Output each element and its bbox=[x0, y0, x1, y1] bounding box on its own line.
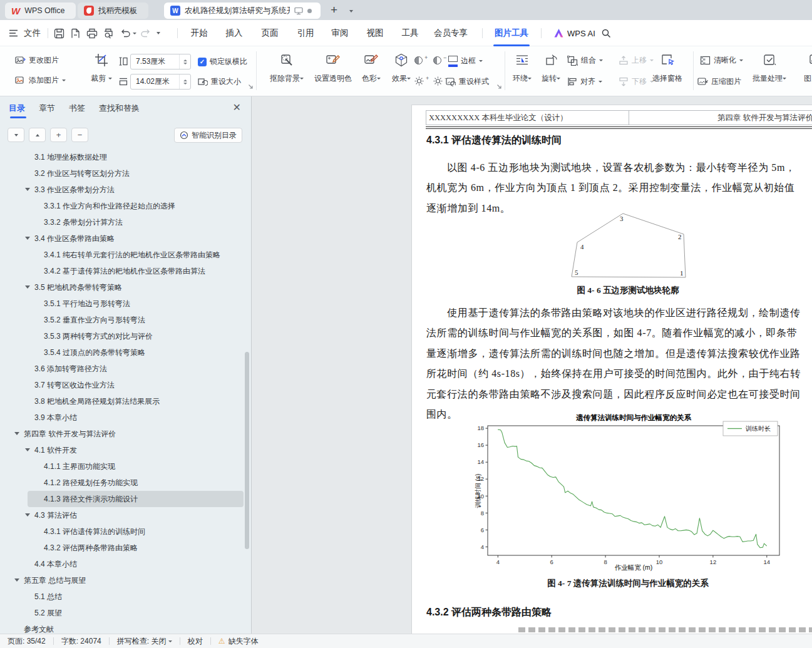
collapse-triangle-icon[interactable] bbox=[14, 432, 19, 435]
menu-item-7[interactable]: 会员专享 bbox=[423, 20, 478, 46]
group-button[interactable]: 组合 bbox=[567, 55, 603, 66]
menu-item-0[interactable]: 开始 bbox=[185, 20, 213, 46]
word-count[interactable]: 字数: 24074 bbox=[61, 636, 101, 647]
toc-item[interactable]: 4.4 本章小结 bbox=[0, 556, 252, 572]
save-icon[interactable] bbox=[54, 20, 64, 46]
sidebar-tab-3[interactable]: 查找和替换 bbox=[99, 103, 140, 114]
compress-picture-button[interactable]: 压缩图片 bbox=[697, 76, 741, 87]
reset-style-button[interactable]: 重设样式 bbox=[446, 76, 489, 87]
reset-size-button[interactable]: 重设大小 bbox=[198, 76, 241, 87]
toc-item[interactable]: 4.1.1 主界面功能实现 bbox=[0, 458, 252, 475]
sidebar-tab-0[interactable]: 目录 bbox=[9, 103, 25, 114]
tab-wps-office[interactable]: W WPS Office bbox=[5, 3, 76, 19]
page-indicator[interactable]: 页面: 35/42 bbox=[8, 636, 46, 647]
toc-item[interactable]: 4.3 算法评估 bbox=[0, 507, 252, 523]
zoom-out-outline-button[interactable]: − bbox=[71, 128, 88, 142]
missing-font-warning[interactable]: 缺失字体 bbox=[229, 636, 259, 647]
toc-item[interactable]: 第四章 软件开发与算法评价 bbox=[0, 426, 252, 442]
toc-item[interactable]: 3.5.1 平行地边弓形转弯法 bbox=[0, 296, 252, 312]
width-input[interactable]: 14.02厘米 bbox=[130, 74, 191, 90]
export-pdf-icon[interactable] bbox=[70, 20, 81, 46]
toc-item[interactable]: 4.1.3 路径文件演示功能设计 bbox=[28, 491, 244, 507]
sidebar-tab-1[interactable]: 章节 bbox=[39, 103, 55, 114]
toc-item[interactable]: 4.1.2 路径规划任务功能实现 bbox=[0, 475, 252, 491]
toc-item[interactable]: 3.4.1 纯右转单元套行法的耙地机作业区条带路由策略 bbox=[0, 247, 252, 263]
effects-button[interactable]: 效果 bbox=[386, 53, 417, 84]
toc-item[interactable]: 3.5.3 两种转弯方式的对比与评价 bbox=[0, 328, 252, 344]
search-icon[interactable] bbox=[601, 20, 612, 46]
collapse-all-button[interactable] bbox=[29, 128, 46, 142]
remove-background-button[interactable]: 抠除背景 bbox=[263, 53, 311, 84]
toc-item[interactable]: 3.9 本章小结 bbox=[0, 409, 252, 426]
toc-item[interactable]: 3.5.4 过顶点的跨条带转弯策略 bbox=[0, 344, 252, 361]
change-picture-button[interactable]: 更改图片 bbox=[15, 55, 59, 66]
menu-item-5[interactable]: 视图 bbox=[361, 20, 389, 46]
collapse-triangle-icon[interactable] bbox=[14, 579, 19, 582]
menu-item-4[interactable]: 审阅 bbox=[326, 20, 354, 46]
document-page[interactable]: XXXXXXXXX 本科生毕业论文（设计） 第四章 软件开发与算法评价 4.3.… bbox=[412, 105, 812, 634]
toc-item[interactable]: 参考文献 bbox=[0, 621, 252, 634]
menu-item-1[interactable]: 插入 bbox=[220, 20, 249, 46]
collapse-triangle-icon[interactable] bbox=[25, 188, 30, 191]
group-dialog-arrow[interactable] bbox=[248, 84, 254, 90]
sidebar-scrollbar[interactable] bbox=[245, 352, 249, 549]
toc-item[interactable]: 5.2 展望 bbox=[0, 605, 252, 621]
wps-ai-button[interactable]: WPS AI bbox=[553, 20, 595, 46]
rotate-button[interactable]: 旋转 bbox=[537, 53, 565, 84]
toc-item[interactable]: 3.1 地理坐标数据处理 bbox=[0, 149, 252, 165]
toc-item[interactable]: 3.3 作业区条带划分方法 bbox=[0, 182, 252, 198]
contrast-decrease-icon[interactable]: − bbox=[433, 56, 448, 64]
tab-list-button[interactable] bbox=[349, 6, 353, 15]
spellcheck-toggle[interactable]: 拼写检查: 关闭 bbox=[117, 636, 172, 647]
sharpen-button[interactable]: 清晰化 bbox=[700, 55, 743, 66]
toc-item[interactable]: 3.5 耙地机跨条带转弯策略 bbox=[0, 279, 252, 296]
collapse-triangle-icon[interactable] bbox=[25, 285, 30, 289]
contrast-increase-icon[interactable]: + bbox=[414, 56, 429, 64]
menu-item-6[interactable]: 工具 bbox=[396, 20, 424, 46]
hamburger-menu-icon[interactable] bbox=[9, 20, 18, 46]
figure-4-7-chart[interactable]: 4681012144681012141618遗传算法训练时间与作业幅宽的关系作业… bbox=[475, 412, 783, 573]
toc-item[interactable]: 4.3.1 评估遗传算法的训练时间 bbox=[0, 523, 252, 540]
toc-item[interactable]: 3.6 添加转弯路径方法 bbox=[0, 361, 252, 377]
set-transparent-button[interactable]: 设置透明色 bbox=[309, 53, 357, 84]
toc-item[interactable]: 3.5.2 垂直作业方向弓形转弯法 bbox=[0, 312, 252, 328]
expand-all-button[interactable] bbox=[8, 128, 24, 142]
align-button[interactable]: 对齐 bbox=[567, 76, 602, 87]
lock-aspect-checkbox[interactable]: ✓ 锁定纵横比 bbox=[198, 56, 247, 67]
add-picture-button[interactable]: 添加图片 bbox=[15, 75, 66, 86]
zoom-in-outline-button[interactable]: + bbox=[50, 128, 67, 142]
proofread-button[interactable]: 校对 bbox=[188, 636, 203, 647]
toc-item[interactable]: 3.4.2 基于遗传算法的耙地机作业区条带路由算法 bbox=[0, 263, 252, 279]
height-input[interactable]: 7.53厘米 bbox=[130, 54, 191, 69]
color-button[interactable]: 色彩 bbox=[356, 53, 387, 84]
print-icon[interactable] bbox=[86, 20, 98, 46]
width-stepper[interactable] bbox=[179, 75, 190, 89]
batch-process-button[interactable]: 批量处理 bbox=[750, 53, 789, 84]
collapse-triangle-icon[interactable] bbox=[25, 448, 30, 451]
toc-item[interactable]: 3.8 耙地机全局路径规划算法结果展示 bbox=[0, 393, 252, 409]
collapse-triangle-icon[interactable] bbox=[25, 237, 30, 240]
selection-pane-button[interactable]: 选择窗格 bbox=[649, 53, 686, 84]
tab-document[interactable]: W 农机路径规划算法研究与系统开 bbox=[164, 3, 321, 19]
toc-item[interactable]: 4.3.2 评估两种条带路由策略 bbox=[0, 540, 252, 556]
toc-item[interactable]: 3.3.1 作业方向和作业路径起始点的选择 bbox=[0, 198, 252, 214]
collapse-triangle-icon[interactable] bbox=[25, 513, 30, 517]
border-button[interactable]: 边框 bbox=[448, 55, 483, 67]
toc-item[interactable]: 3.2 作业区与转弯区划分方法 bbox=[0, 165, 252, 182]
toc-item[interactable]: 3.7 转弯区收边作业方法 bbox=[0, 377, 252, 393]
menu-item-3[interactable]: 引用 bbox=[291, 20, 320, 46]
toc-item[interactable]: 5.1 总结 bbox=[0, 589, 252, 605]
undo-icon[interactable] bbox=[120, 20, 136, 46]
close-icon[interactable]: ✕ bbox=[233, 101, 241, 113]
picture-to-text-button[interactable]: 图片转 bbox=[796, 53, 812, 84]
smart-toc-button[interactable]: 智能识别目录 bbox=[174, 128, 242, 143]
wrap-button[interactable]: 环绕 bbox=[508, 53, 536, 84]
group-dialog-arrow[interactable] bbox=[496, 84, 502, 90]
figure-4-6-pentagon[interactable]: 32154 bbox=[551, 210, 701, 283]
print-preview-icon[interactable] bbox=[103, 20, 114, 46]
toc-item[interactable]: 第五章 总结与展望 bbox=[0, 572, 252, 589]
brightness-increase-icon[interactable]: + bbox=[414, 76, 430, 86]
redo-icon[interactable] bbox=[140, 20, 151, 46]
file-menu[interactable]: 文件 bbox=[24, 20, 41, 46]
new-tab-button[interactable]: + bbox=[331, 3, 337, 17]
